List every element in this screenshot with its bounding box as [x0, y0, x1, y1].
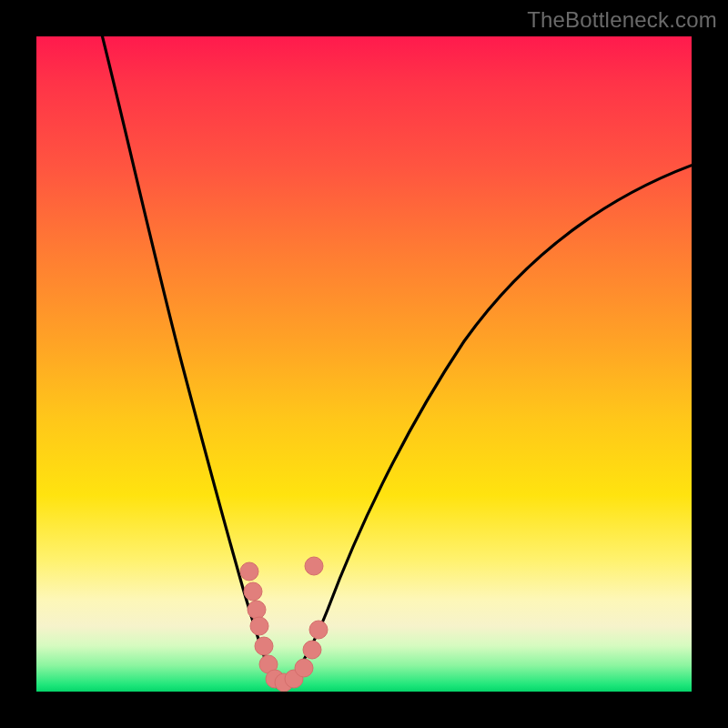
marker-dot: [255, 637, 273, 655]
chart-frame: TheBottleneck.com: [0, 0, 728, 728]
marker-dot: [309, 621, 328, 639]
curve-right-branch: [278, 162, 692, 687]
bottleneck-curve-svg: [36, 36, 692, 692]
marker-dot: [240, 562, 258, 581]
marker-dot: [250, 617, 268, 635]
watermark-text: TheBottleneck.com: [527, 7, 717, 33]
marker-dot: [248, 601, 266, 619]
marker-dot: [244, 582, 262, 601]
marker-dot: [303, 641, 321, 659]
marker-dot: [305, 557, 323, 575]
marker-dot: [295, 659, 313, 677]
trough-markers: [240, 557, 328, 692]
plot-area: [36, 36, 692, 692]
